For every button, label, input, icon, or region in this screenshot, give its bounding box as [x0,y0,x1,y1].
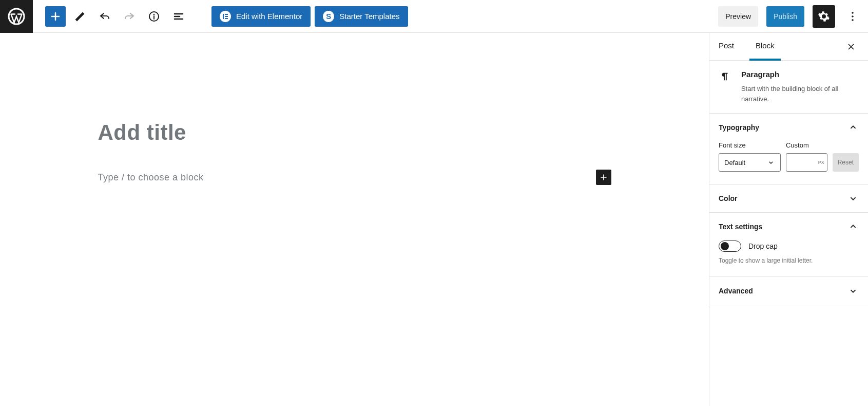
chevron-down-icon [847,193,859,204]
text-settings-header[interactable]: Text settings [709,213,868,241]
drop-cap-toggle[interactable] [719,241,741,252]
settings-sidebar: Post Block Paragraph Start with the buil… [709,33,868,406]
chevron-up-icon [847,221,859,232]
svg-point-9 [852,19,854,21]
block-name: Paragraph [741,70,859,79]
color-header[interactable]: Color [709,184,868,212]
svg-rect-3 [223,14,224,19]
paragraph-icon [719,70,732,104]
toggle-knob [721,242,729,250]
undo-button[interactable] [94,6,115,27]
info-button[interactable] [144,6,164,27]
drop-cap-desc: Toggle to show a large initial letter. [719,257,859,264]
toolbar-left-group: Edit with Elementor S Starter Templates [33,6,408,27]
main-layout: Add title Type / to choose a block Post … [0,33,868,406]
starter-icon: S [323,11,334,22]
svg-point-2 [153,13,155,15]
font-size-value: Default [724,159,745,167]
section-color: Color [709,184,868,213]
tools-button[interactable] [70,6,90,27]
insert-block-button[interactable] [596,170,611,185]
svg-point-8 [852,15,854,17]
outline-button[interactable] [168,6,189,27]
section-typography: Typography Font size Default [709,114,868,184]
font-size-select[interactable]: Default [719,153,781,172]
text-settings-title: Text settings [719,223,762,231]
elementor-icon [220,11,231,22]
advanced-title: Advanced [719,287,753,295]
starter-templates-button[interactable]: S Starter Templates [315,6,408,27]
svg-rect-6 [225,18,228,19]
editor-toolbar: Edit with Elementor S Starter Templates … [0,0,868,33]
section-text-settings: Text settings Drop cap Toggle to show a … [709,213,868,277]
wordpress-logo[interactable] [0,0,33,33]
svg-point-7 [852,12,854,14]
edit-elementor-label: Edit with Elementor [236,12,302,21]
svg-rect-5 [225,16,228,17]
preview-button[interactable]: Preview [718,6,758,27]
block-description: Paragraph Start with the building block … [709,61,868,114]
edit-elementor-button[interactable]: Edit with Elementor [211,6,311,27]
chevron-down-icon [767,158,775,167]
tab-post[interactable]: Post [719,33,740,61]
add-block-button[interactable] [45,6,66,27]
close-sidebar-button[interactable] [843,39,859,54]
chevron-up-icon [847,122,859,133]
starter-templates-label: Starter Templates [339,12,399,21]
font-size-label: Font size [719,141,781,149]
tab-block[interactable]: Block [749,33,781,61]
publish-button[interactable]: Publish [766,6,804,27]
section-advanced: Advanced [709,277,868,305]
sidebar-tabs: Post Block [709,33,868,61]
typography-title: Typography [719,123,759,132]
toolbar-right-group: Preview Publish [718,5,868,28]
advanced-header[interactable]: Advanced [709,277,868,305]
app-root: Edit with Elementor S Starter Templates … [0,0,868,406]
editor-canvas[interactable]: Add title Type / to choose a block [0,33,709,406]
settings-button[interactable] [813,5,835,28]
color-title: Color [719,194,738,202]
drop-cap-label: Drop cap [748,242,778,250]
custom-size-unit: PX [818,160,824,165]
post-title-input[interactable]: Add title [98,120,611,145]
redo-button[interactable] [119,6,140,27]
more-options-button[interactable] [843,6,862,27]
paragraph-block-input[interactable]: Type / to choose a block [98,172,596,183]
typography-header[interactable]: Typography [709,114,868,141]
block-desc-text: Start with the building block of all nar… [741,84,859,104]
reset-font-button[interactable]: Reset [833,153,859,172]
svg-rect-4 [225,14,228,15]
custom-size-label: Custom [786,141,827,149]
chevron-down-icon [847,285,859,297]
